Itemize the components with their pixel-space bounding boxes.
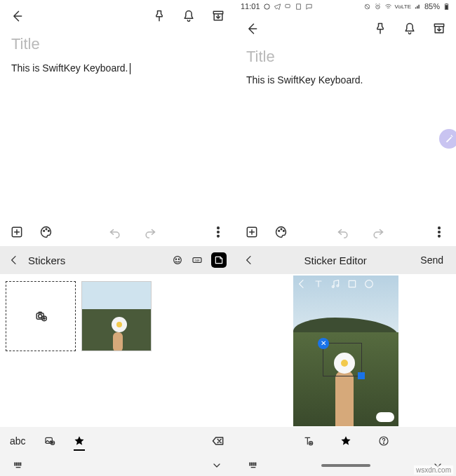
svg-point-23 [16,465,17,465]
back-icon[interactable] [245,22,259,36]
message-icon [305,3,313,11]
svg-point-20 [18,463,19,463]
svg-point-25 [20,465,21,465]
crop-remove-icon[interactable]: ✕ [318,338,329,349]
redo-icon[interactable] [371,225,385,239]
add-sticker-button[interactable] [6,281,76,351]
telegram-icon [274,3,281,11]
redo-icon[interactable] [143,225,157,239]
nav-bar [0,455,235,476]
note-toolbar [0,218,235,246]
pin-icon[interactable] [373,22,387,36]
title-field[interactable]: Title [11,35,224,53]
sticker-editor-canvas[interactable]: ✕ [235,274,456,427]
chat-icon [284,3,292,11]
archive-icon[interactable] [211,9,225,23]
archive-icon[interactable] [432,22,446,36]
svg-rect-35 [434,24,443,26]
svg-rect-33 [445,5,448,9]
note-toolbar [235,218,456,246]
editor-photo: ✕ [293,276,398,426]
svg-point-56 [253,465,254,465]
help-icon[interactable] [378,435,389,447]
music-tool-icon [330,278,341,290]
emoji-tool-icon [363,278,375,290]
gif-icon[interactable]: GIF [192,254,203,266]
more-icon[interactable] [432,225,446,239]
svg-point-50 [250,463,250,463]
svg-point-19 [16,463,17,463]
emoji-icon[interactable] [172,254,183,266]
svg-point-54 [250,465,250,465]
star-icon[interactable] [340,435,351,447]
svg-point-53 [255,463,256,463]
keyboard-bottom-row [235,427,456,455]
stickers-grid [0,274,235,427]
pin-icon[interactable] [152,9,166,23]
svg-point-27 [264,4,269,8]
note-area: Title This is SwiftKey Keyboard. [235,45,456,86]
svg-point-7 [217,236,220,238]
gesture-pill[interactable] [321,464,370,467]
sticker-thumbnail[interactable] [81,281,152,351]
svg-point-39 [283,231,285,232]
svg-point-9 [175,259,176,259]
shape-tool-icon [347,278,358,290]
text-add-icon[interactable] [302,435,314,447]
body-field[interactable]: This is SwiftKey Keyboard. [246,74,445,86]
svg-rect-28 [285,4,289,8]
add-box-icon[interactable] [245,225,259,239]
note-area: Title This is SwiftKey Keyboard. [0,32,235,74]
add-box-icon[interactable] [10,225,24,239]
more-icon[interactable] [211,225,225,239]
svg-point-40 [438,227,441,229]
collapse-icon[interactable] [211,460,222,471]
crop-selection[interactable]: ✕ [323,343,362,376]
kb-back-icon[interactable] [8,254,20,266]
star-icon[interactable] [74,435,85,447]
sticker-tab-icon[interactable] [211,252,227,268]
svg-point-37 [279,231,280,232]
title-field[interactable]: Title [246,48,445,66]
palette-icon[interactable] [39,225,53,239]
svg-point-2 [43,231,45,232]
magic-compose-fab[interactable] [439,129,456,149]
editor-zoom-pill[interactable] [376,412,394,422]
bell-icon[interactable] [182,9,196,23]
keyboard-toggle-icon[interactable] [13,460,24,471]
svg-text:GIF: GIF [194,259,200,262]
watermark: wsxdn.com [414,465,453,475]
undo-redo-group [336,225,385,239]
svg-point-10 [178,259,179,259]
svg-point-49 [383,443,384,444]
send-button[interactable]: Send [416,252,448,268]
app-header [0,0,235,32]
back-icon[interactable] [10,9,24,23]
svg-point-4 [48,231,50,232]
svg-point-43 [332,285,334,287]
svg-point-46 [365,280,373,287]
undo-icon[interactable] [108,225,122,239]
dnd-icon [363,3,371,11]
whatsapp-icon [263,3,271,11]
editor-annotation-bar[interactable] [296,278,396,290]
bell-icon[interactable] [403,22,417,36]
crop-resize-handle[interactable] [358,372,365,379]
text-cursor [130,63,130,74]
body-text: This is SwiftKey Keyboard. [11,62,128,74]
undo-redo-group [108,225,157,239]
undo-icon[interactable] [336,225,350,239]
backspace-icon[interactable] [211,434,225,448]
alarm-icon [374,3,382,11]
image-add-icon[interactable] [44,435,55,447]
body-field[interactable]: This is SwiftKey Keyboard. [11,62,224,74]
app-header [235,13,456,45]
svg-point-5 [217,227,220,229]
svg-point-21 [20,463,21,463]
abc-button[interactable]: abc [10,435,26,447]
palette-icon[interactable] [274,225,288,239]
keyboard-toggle-icon[interactable] [248,460,259,471]
kb-back-icon[interactable] [243,254,255,266]
keyboard-bottom-row: abc [0,427,235,455]
keyboard-header: Stickers GIF [0,246,235,274]
